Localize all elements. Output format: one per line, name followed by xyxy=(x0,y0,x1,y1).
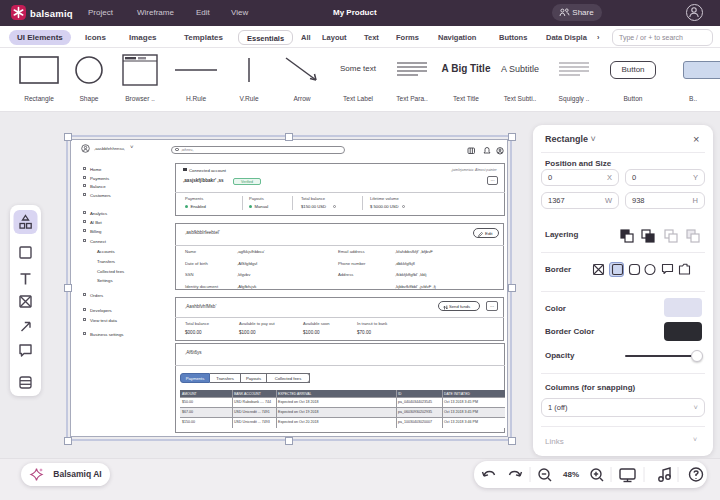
svg-text:48%: 48% xyxy=(563,470,579,479)
